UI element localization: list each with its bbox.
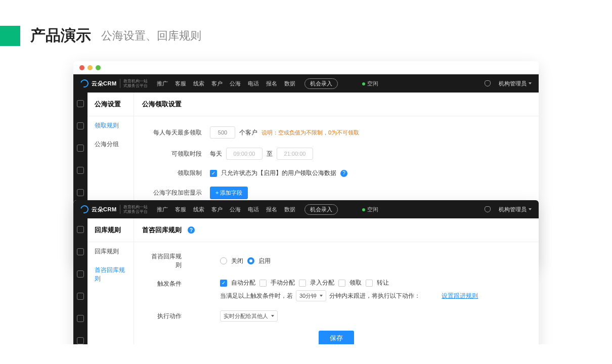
- opportunity-entry-button[interactable]: 机会录入: [304, 204, 338, 215]
- subnav-return-rules[interactable]: 回库规则: [88, 242, 134, 261]
- input-start-time[interactable]: [226, 148, 263, 160]
- status-idle[interactable]: 空闲: [362, 80, 378, 87]
- rail-icon-2[interactable]: [77, 122, 84, 129]
- text-enabled-users: 只允许状态为【启用】的用户领取公海数据: [221, 169, 336, 177]
- nav-customer[interactable]: 客户: [211, 80, 223, 87]
- page-header: 产品演示 公海设置、回库规则: [0, 0, 612, 61]
- bell-icon[interactable]: [485, 80, 491, 86]
- rail-icon-1[interactable]: [77, 100, 84, 107]
- label-on: 启用: [258, 257, 271, 265]
- row-max-per-day: 每人每天最多领取 个客户 说明：空或负值为不限制，0为不可领取: [149, 126, 523, 139]
- label-claim-limit: 领取限制: [149, 169, 210, 177]
- label-daily: 每天: [210, 150, 222, 158]
- rail-icon-5[interactable]: [77, 315, 84, 322]
- logo-tagline: 教育机构一站式服务云平台: [120, 79, 148, 88]
- nav-leads[interactable]: 线索: [193, 80, 204, 87]
- note-max: 说明：空或负值为不限制，0为不可领取: [261, 129, 359, 136]
- nav-leads[interactable]: 线索: [193, 206, 204, 213]
- chk-transfer[interactable]: [366, 280, 373, 287]
- row-claim-window: 可领取时段 每天 至: [149, 148, 523, 160]
- user-role-dropdown[interactable]: 机构管理员: [499, 206, 532, 213]
- logo-tagline: 教育机构一站式服务云平台: [120, 205, 148, 214]
- chk-manual[interactable]: [259, 280, 267, 287]
- nav-apply[interactable]: 报名: [266, 206, 277, 213]
- nav-phone[interactable]: 电话: [248, 80, 259, 87]
- content-area: 首咨回库规则 ? 首咨回库规则 关闭 启用 触发条件: [134, 218, 539, 344]
- subnav-claim-rules[interactable]: 领取规则: [88, 116, 134, 135]
- subnav-pool-groups[interactable]: 公海分组: [88, 135, 134, 154]
- logo: 云朵CRM 教育机构一站式服务云平台: [80, 205, 148, 214]
- caret-down-icon: [529, 208, 532, 210]
- traffic-close-icon: [79, 65, 84, 70]
- top-bar: 云朵CRM 教育机构一站式服务云平台 推广 客服 线索 客户 公海 电话 报名 …: [73, 74, 539, 93]
- nav-pool[interactable]: 公海: [230, 80, 241, 87]
- checkbox-enabled-users[interactable]: ✓: [210, 170, 217, 177]
- subnav-title: 回库规则: [88, 218, 134, 242]
- logo-text: 云朵CRM: [92, 206, 117, 213]
- nav-data[interactable]: 数据: [284, 206, 295, 213]
- icon-rail: [73, 218, 88, 344]
- chk-claim[interactable]: [338, 280, 345, 287]
- page-subtitle: 公海设置、回库规则: [101, 28, 201, 43]
- row-trigger: 触发条件 ✓自动分配 手动分配 录入分配 领取 转让 当满足以上触发条件时，若: [149, 279, 523, 301]
- label-transfer: 转让: [377, 279, 389, 287]
- subnav-title: 公海设置: [88, 93, 134, 116]
- nav-customer[interactable]: 客户: [211, 206, 223, 213]
- chk-auto[interactable]: ✓: [220, 280, 227, 287]
- nav-pool[interactable]: 公海: [230, 206, 241, 213]
- rail-icon-2[interactable]: [77, 248, 84, 255]
- status-dot-icon: [362, 208, 365, 211]
- nav-phone[interactable]: 电话: [248, 206, 259, 213]
- radio-on[interactable]: [247, 257, 254, 264]
- logo-text: 云朵CRM: [92, 80, 117, 87]
- label-auto: 自动分配: [231, 279, 255, 287]
- logo-icon: [79, 204, 90, 215]
- help-icon[interactable]: ?: [340, 170, 347, 177]
- help-icon[interactable]: ?: [188, 226, 195, 234]
- logo: 云朵CRM 教育机构一站式服务云平台: [80, 79, 148, 88]
- input-max-per-day[interactable]: [210, 126, 235, 139]
- select-minutes[interactable]: 30分钟: [296, 290, 326, 301]
- label-manual: 手动分配: [271, 279, 295, 287]
- nav-promo[interactable]: 推广: [157, 206, 168, 213]
- rail-icon-3[interactable]: [77, 145, 84, 152]
- rail-icon-1[interactable]: [77, 226, 84, 233]
- label-off: 关闭: [231, 257, 243, 265]
- label-max-per-day: 每人每天最多领取: [149, 128, 210, 137]
- nav-data[interactable]: 数据: [284, 80, 295, 87]
- caret-down-icon: [529, 82, 532, 84]
- label-trigger: 触发条件: [149, 279, 190, 288]
- content-title: 首咨回库规则 ?: [134, 218, 539, 242]
- status-dot-icon: [362, 82, 365, 85]
- row-first-rule: 首咨回库规则 关闭 启用: [149, 252, 523, 269]
- select-action[interactable]: 实时分配给其他人: [220, 310, 278, 322]
- add-field-button[interactable]: + 添加字段: [210, 187, 248, 199]
- nav-service[interactable]: 客服: [175, 206, 186, 213]
- rail-icon-5[interactable]: [77, 189, 84, 196]
- input-end-time[interactable]: [277, 148, 313, 160]
- radio-off[interactable]: [220, 257, 227, 264]
- nav-promo[interactable]: 推广: [157, 80, 168, 87]
- content-title: 公海领取设置: [134, 93, 539, 116]
- nav-service[interactable]: 客服: [175, 80, 186, 87]
- bell-icon[interactable]: [485, 206, 491, 212]
- label-to: 至: [267, 150, 273, 158]
- user-role-dropdown[interactable]: 机构管理员: [499, 80, 532, 87]
- logo-icon: [79, 78, 90, 89]
- rail-icon-3[interactable]: [77, 270, 84, 278]
- opportunity-entry-button[interactable]: 机会录入: [304, 78, 338, 89]
- chk-entry[interactable]: [299, 280, 306, 287]
- label-first-rule: 首咨回库规则: [149, 252, 190, 269]
- rail-icon-4[interactable]: [77, 293, 84, 300]
- subnav-first-return-rules[interactable]: 首咨回库规则: [88, 261, 134, 288]
- link-set-follow-rule[interactable]: 设置跟进规则: [442, 292, 478, 300]
- rail-icon-6[interactable]: [77, 337, 84, 344]
- page-title: 产品演示: [30, 25, 91, 46]
- condition-line: 当满足以上触发条件时，若 30分钟 分钟内未跟进，将执行以下动作： 设置跟进规则: [220, 290, 478, 301]
- window-traffic-lights: [73, 61, 539, 74]
- status-idle[interactable]: 空闲: [362, 206, 378, 213]
- save-button[interactable]: 保存: [319, 331, 354, 344]
- rail-icon-4[interactable]: [77, 167, 84, 174]
- label-claim: 领取: [349, 279, 362, 287]
- nav-apply[interactable]: 报名: [266, 80, 277, 87]
